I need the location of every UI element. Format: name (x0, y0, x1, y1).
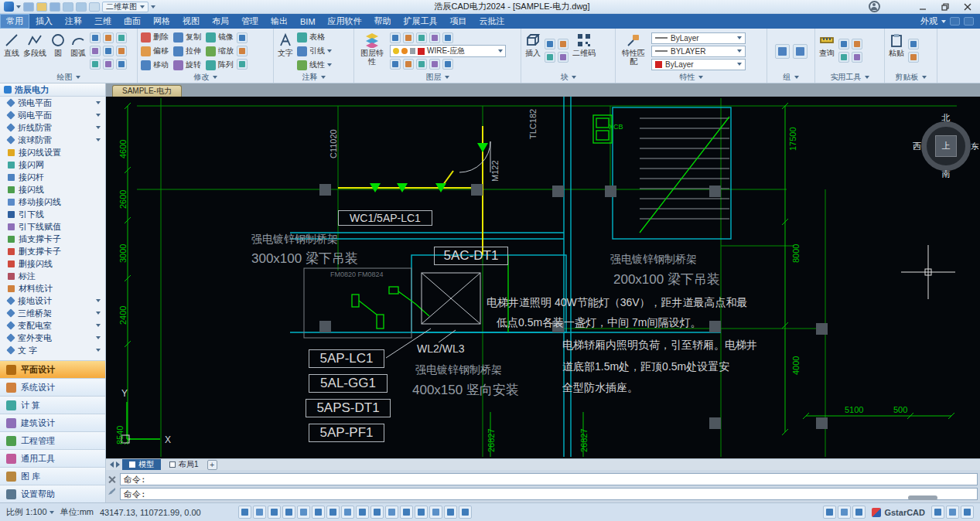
sidebar-section-平面设计[interactable]: 平面设计 (0, 360, 105, 378)
scale-control[interactable]: 比例 1:100 (6, 506, 54, 518)
dynamic-ucs-icon[interactable] (400, 506, 413, 519)
open-file-icon[interactable] (36, 2, 47, 12)
expand-arrow-icon[interactable] (96, 114, 101, 117)
command-resize-grip[interactable] (908, 495, 937, 500)
sidebar-item-强电平面[interactable]: 强电平面 (0, 97, 105, 109)
mini-tool-icon[interactable] (852, 39, 862, 49)
mini-tool-icon[interactable] (838, 39, 849, 49)
minimize-ribbon-icon[interactable] (950, 17, 960, 26)
sidebar-item-插支撑卡子[interactable]: 插支撑卡子 (0, 233, 105, 245)
dynamic-input-icon[interactable] (326, 506, 340, 519)
workspace-icon[interactable] (459, 506, 472, 519)
mini-tool-icon[interactable] (90, 32, 101, 43)
transparency-icon[interactable] (356, 506, 369, 519)
object-tracking-icon[interactable] (312, 506, 325, 519)
auto-annotation-icon[interactable] (444, 506, 457, 519)
utilities-panel-label[interactable]: 实用工具 (815, 72, 884, 83)
annotation-monitor-icon[interactable] (823, 506, 836, 519)
model-tab[interactable]: 模型 (122, 459, 161, 471)
text-button[interactable]: 文字 (277, 30, 294, 72)
menu-tab-曲面[interactable]: 曲面 (118, 14, 147, 29)
layer-lock-icon[interactable] (410, 48, 415, 54)
insert-block-button[interactable]: 插入 (524, 30, 541, 72)
layers-panel-label[interactable]: 图层 (354, 72, 521, 83)
add-layout-button[interactable]: + (207, 460, 217, 470)
mini-tool-icon[interactable] (90, 59, 101, 70)
expand-arrow-icon[interactable] (96, 101, 101, 104)
mini-tool-icon[interactable] (416, 32, 427, 43)
array-button[interactable]: 阵列 (206, 59, 234, 71)
menu-tab-云批注[interactable]: 云批注 (473, 14, 511, 29)
edit-command-icon[interactable] (108, 488, 115, 495)
expand-arrow-icon[interactable] (96, 299, 101, 302)
sidebar-item-折线防雷[interactable]: 折线防雷 (0, 121, 105, 134)
tab-nav-back-icon[interactable] (110, 461, 114, 468)
layer-properties-button[interactable]: 图层特性 (357, 30, 387, 72)
print-icon[interactable] (89, 2, 100, 12)
mini-tool-icon[interactable] (390, 59, 401, 70)
layer-thaw-icon[interactable] (401, 48, 408, 54)
menu-tab-管理[interactable]: 管理 (235, 14, 265, 29)
command-window[interactable]: 命令: 命令: (106, 470, 980, 502)
mini-tool-icon[interactable] (429, 32, 440, 43)
undo-icon[interactable] (63, 2, 73, 12)
sidebar-item-接闪线[interactable]: 接闪线 (0, 183, 105, 196)
sidebar-section-工程管理[interactable]: 工程管理 (0, 431, 105, 449)
sidebar-item-接地设计[interactable]: 接地设计 (0, 295, 105, 307)
menu-tab-扩展工具[interactable]: 扩展工具 (398, 14, 444, 29)
leader-button[interactable]: 引线 (297, 45, 332, 57)
expand-arrow-icon[interactable] (96, 336, 101, 339)
mini-tool-icon[interactable] (103, 59, 114, 70)
mini-tool-icon[interactable] (416, 59, 427, 70)
sidebar-section-建筑设计[interactable]: 建筑设计 (0, 414, 105, 431)
match-properties-button[interactable]: 特性匹配 (619, 30, 648, 72)
expand-arrow-icon[interactable] (96, 324, 101, 327)
command-input-line[interactable]: 命令: (120, 488, 978, 500)
compass-top-view[interactable]: 上 (935, 135, 957, 157)
linear-dim-button[interactable]: 线性 (297, 59, 332, 71)
layer-combo-arrow-icon[interactable] (498, 49, 503, 53)
sidebar-item-删支撑卡子[interactable]: 删支撑卡子 (0, 245, 105, 257)
save-icon[interactable] (50, 2, 60, 12)
layer-combo[interactable]: WIRE-应急 (390, 45, 506, 57)
menu-tab-项目[interactable]: 项目 (444, 14, 473, 29)
3d-object-snap-icon[interactable] (385, 506, 398, 519)
table-button[interactable]: 表格 (297, 31, 332, 43)
qrcode-button[interactable]: 二维码 (572, 30, 596, 72)
mini-tool-icon[interactable] (116, 46, 127, 56)
mini-tool-icon[interactable] (390, 32, 401, 43)
sidebar-item-引下线[interactable]: 引下线 (0, 208, 105, 220)
compass-south[interactable]: 南 (942, 169, 951, 180)
app-menu-arrow-icon[interactable] (16, 5, 21, 9)
mini-tool-icon[interactable] (558, 39, 569, 49)
snap-icon[interactable] (238, 506, 251, 519)
drawing-canvas[interactable]: C11020TLC182M122460026003000240085401750… (106, 97, 980, 458)
sidebar-item-三维桥架[interactable]: 三维桥架 (0, 307, 105, 319)
mini-tool-icon[interactable] (116, 32, 127, 43)
sidebar-item-变配电室[interactable]: 变配电室 (0, 319, 105, 332)
mini-tool-icon[interactable] (237, 32, 248, 43)
color-combo[interactable]: ByLayer (651, 32, 746, 44)
menu-tab-帮助[interactable]: 帮助 (368, 14, 398, 29)
sidebar-item-移动接闪线[interactable]: 移动接闪线 (0, 196, 105, 208)
compass-north[interactable]: 北 (942, 112, 951, 124)
layer-on-icon[interactable] (393, 48, 399, 54)
copy-button[interactable]: 复制 (173, 31, 201, 43)
pin-ribbon-icon[interactable] (964, 17, 974, 26)
mini-tool-icon[interactable] (908, 39, 919, 49)
isolate-objects-icon[interactable] (852, 506, 866, 519)
sidebar-section-系统设计[interactable]: 系统设计 (0, 378, 105, 396)
command-history-line[interactable]: 命令: (120, 473, 978, 485)
paste-button[interactable]: 粘贴 (888, 30, 905, 72)
appearance-control[interactable]: 外观 (920, 14, 980, 29)
mini-tool-icon[interactable] (237, 46, 248, 56)
sidebar-item-删接闪线[interactable]: 删接闪线 (0, 257, 105, 270)
mini-tool-icon[interactable] (442, 32, 453, 43)
mirror-button[interactable]: 镜像 (206, 31, 234, 43)
polyline-button[interactable]: 多段线 (23, 30, 46, 72)
mini-tool-icon[interactable] (545, 52, 555, 63)
app-logo-icon[interactable] (4, 2, 14, 12)
close-button[interactable] (956, 0, 978, 14)
mini-tool-icon[interactable] (403, 59, 414, 70)
expand-arrow-icon[interactable] (96, 126, 101, 129)
